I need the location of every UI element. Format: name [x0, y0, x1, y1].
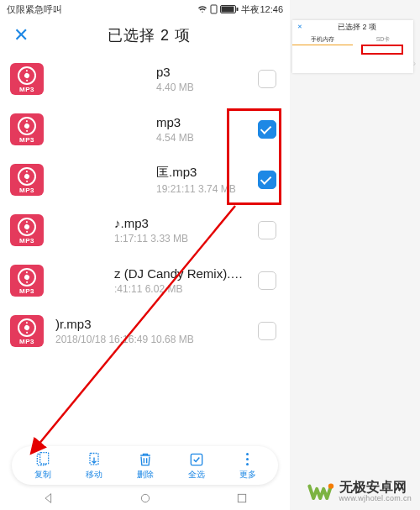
android-navbar — [0, 486, 290, 510]
thumb-tab-sd: SD卡 — [353, 34, 413, 45]
svg-point-8 — [141, 494, 149, 502]
file-row[interactable]: MP3p34.40 MB — [0, 54, 290, 104]
select-all-label: 全选 — [188, 469, 205, 481]
wifi-icon — [197, 4, 207, 14]
delete-button[interactable]: 删除 — [119, 451, 171, 481]
thumbnail-overlay: ✕ 已选择 2 项 手机内存 SD卡 › — [292, 20, 413, 73]
status-right: 半夜12:46 — [197, 3, 283, 16]
copy-button[interactable]: 复制 — [17, 451, 68, 481]
copy-label: 复制 — [34, 469, 51, 481]
watermark-en: www.wjhotel.com.cn — [339, 495, 412, 502]
file-checkbox[interactable] — [258, 322, 276, 340]
file-checkbox-area[interactable] — [244, 255, 290, 306]
nav-home-icon[interactable] — [139, 492, 152, 505]
watermark-cn: 无极安卓网 — [339, 481, 412, 495]
more-button[interactable]: 更多 — [222, 451, 273, 481]
thumb-title: 已选择 2 项 — [306, 22, 408, 33]
file-name: p3 — [156, 65, 244, 79]
svg-rect-2 — [222, 7, 234, 13]
file-text: mp34.54 MB — [44, 115, 244, 144]
svg-rect-0 — [211, 5, 217, 13]
thumb-chevron-icon: › — [413, 59, 416, 68]
svg-rect-3 — [237, 8, 239, 11]
selection-title: 已选择 2 项 — [25, 25, 273, 45]
file-text: p34.40 MB — [44, 65, 244, 93]
file-meta: 4.40 MB — [156, 81, 244, 93]
battery-icon — [220, 4, 239, 14]
svg-point-11 — [328, 483, 333, 488]
thumb-close-icon: ✕ — [297, 24, 302, 30]
status-time: 半夜12:46 — [241, 3, 283, 16]
status-left: 仅限紧急呼叫 — [7, 3, 62, 16]
file-checkbox-area[interactable] — [244, 205, 290, 255]
mp3-file-icon: MP3 — [10, 113, 44, 145]
annotation-arrow — [29, 202, 248, 454]
status-network: 仅限紧急呼叫 — [7, 3, 62, 16]
file-checkbox-area[interactable] — [244, 306, 290, 356]
annotation-red-box-sdtab — [361, 45, 403, 55]
move-label: 移动 — [86, 469, 102, 481]
svg-rect-7 — [191, 454, 202, 465]
annotation-red-box-checkboxes — [227, 108, 281, 205]
sim-icon — [210, 4, 218, 14]
watermark-logo-icon — [307, 478, 334, 505]
nav-recent-icon[interactable] — [235, 492, 249, 505]
file-checkbox-area[interactable] — [244, 54, 290, 104]
file-text: 匡.mp319:21:11 3.74 MB — [44, 165, 244, 195]
move-button[interactable]: 移动 — [68, 451, 119, 481]
delete-label: 删除 — [137, 469, 154, 481]
mp3-file-icon: MP3 — [10, 63, 44, 95]
selection-header: ✕ 已选择 2 项 — [0, 17, 290, 54]
svg-rect-9 — [238, 494, 245, 502]
svg-rect-5 — [39, 452, 48, 463]
svg-line-10 — [38, 206, 235, 445]
file-checkbox[interactable] — [258, 271, 276, 290]
file-checkbox[interactable] — [258, 70, 276, 88]
select-all-button[interactable]: 全选 — [171, 451, 222, 481]
mp3-file-icon: MP3 — [10, 164, 44, 196]
more-label: 更多 — [239, 469, 256, 481]
watermark: 无极安卓网 www.wjhotel.com.cn — [307, 478, 412, 505]
nav-back-icon[interactable] — [42, 492, 55, 505]
file-checkbox[interactable] — [258, 221, 276, 239]
status-bar: 仅限紧急呼叫 半夜12:46 — [0, 0, 290, 17]
